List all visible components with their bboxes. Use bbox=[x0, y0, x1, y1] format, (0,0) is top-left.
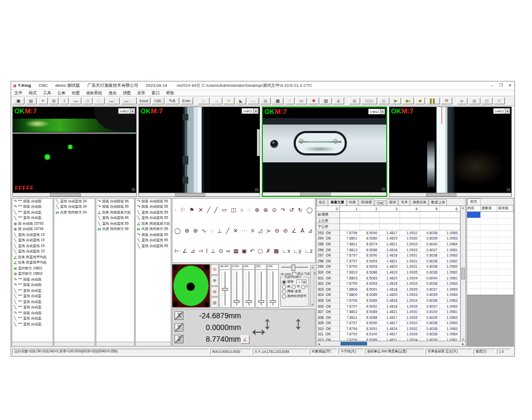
element-cell[interactable] bbox=[467, 237, 481, 243]
measure-value-cell[interactable]: 0.8038 bbox=[420, 264, 440, 269]
minimize-button[interactable]: – bbox=[487, 82, 496, 89]
stage-icon[interactable]: ⊡ bbox=[255, 187, 259, 192]
measure-value-cell[interactable]: 8.5083 bbox=[360, 275, 380, 281]
radio-button[interactable] bbox=[292, 285, 296, 289]
list-item[interactable]: ↷圆弧 自动圆弧 55 bbox=[96, 204, 134, 210]
ring-light-button-2[interactable]: ◍ bbox=[211, 286, 219, 297]
menu-item-5[interactable]: 坐标系统 bbox=[83, 90, 105, 96]
measure-value-cell[interactable]: 1.0933 bbox=[400, 242, 420, 247]
tab-element[interactable]: 图元 bbox=[467, 199, 480, 205]
element-row[interactable] bbox=[467, 212, 513, 218]
slider-track[interactable] bbox=[220, 270, 230, 307]
tolerance-cell[interactable] bbox=[380, 224, 400, 230]
enter-button[interactable]: Enter bbox=[180, 97, 193, 104]
table-row[interactable]: 310OK7.87968.50911.48241.09320.80381.098… bbox=[317, 326, 460, 332]
measure-value-cell[interactable]: 8.5090 bbox=[360, 253, 380, 258]
list-item[interactable]: ╲直线 自动直线 66 bbox=[96, 216, 134, 221]
results-tab-0[interactable]: 状态 bbox=[317, 199, 328, 205]
measure-value-cell[interactable]: 7.8810 bbox=[340, 270, 360, 275]
measure-value-cell[interactable]: 8.5086 bbox=[360, 247, 380, 252]
palette-tool-icon[interactable]: ∿ bbox=[202, 228, 206, 234]
palette-tool-icon[interactable]: ▩ bbox=[273, 248, 279, 254]
element-cell[interactable] bbox=[467, 244, 481, 250]
measure-value-cell[interactable]: 0.8038 bbox=[420, 230, 440, 236]
ring-light-button-1[interactable]: ◉ bbox=[211, 275, 219, 286]
measure-value-cell[interactable]: 7.8797 bbox=[340, 320, 360, 326]
element-cell[interactable] bbox=[481, 218, 497, 224]
measure-value-cell[interactable]: 1.0935 bbox=[400, 303, 420, 309]
measure-value-cell[interactable]: 1.4820 bbox=[380, 264, 400, 269]
table-row[interactable]: 302OK7.87998.50931.48151.09330.80381.098… bbox=[317, 281, 460, 287]
element-cell[interactable] bbox=[467, 276, 481, 282]
light-slider-2[interactable]: 0% bbox=[243, 264, 255, 308]
menu-item-3[interactable]: 公差 bbox=[54, 90, 69, 96]
jog-xy-vertical-icon[interactable]: ↕ bbox=[263, 314, 272, 332]
element-cell[interactable] bbox=[481, 231, 497, 237]
list-item[interactable]: H高度 线性标注 66 bbox=[96, 227, 134, 233]
measure-value-cell[interactable]: 1.0930 bbox=[400, 309, 420, 315]
tools-icon[interactable]: ⚒ bbox=[441, 97, 452, 104]
measure-value-cell[interactable]: 7.8801 bbox=[340, 236, 360, 241]
element-cell[interactable] bbox=[497, 237, 513, 243]
palette-tool-icon[interactable]: ↺ bbox=[289, 207, 294, 213]
palette-tool-icon[interactable]: ▦ bbox=[233, 248, 238, 254]
measure-value-cell[interactable]: 8.5093 bbox=[360, 281, 380, 286]
palette-tool-icon[interactable]: ▢ bbox=[257, 248, 263, 254]
measure-value-cell[interactable]: 0.8039 bbox=[420, 292, 440, 298]
measure-value-cell[interactable]: 8.5091 bbox=[360, 286, 380, 292]
slider-track[interactable] bbox=[244, 270, 254, 307]
polar-toggle-button[interactable]: ∠ bbox=[240, 335, 250, 344]
results-tab-6[interactable]: 夹具 bbox=[398, 199, 410, 205]
list-item[interactable]: ↷*** 圆弧 自动圆. bbox=[12, 277, 53, 283]
light-slider-0[interactable]: 40.0% bbox=[219, 264, 231, 308]
light-slider-4[interactable]: 0% bbox=[267, 264, 279, 308]
list-item[interactable]: ⊖直径标注 15802 bbox=[12, 271, 53, 277]
element-cell[interactable] bbox=[481, 244, 497, 250]
element-cell[interactable] bbox=[497, 282, 513, 288]
element-cell[interactable] bbox=[467, 212, 481, 218]
element-cell[interactable] bbox=[467, 257, 481, 262]
contrast-icon[interactable]: ◣ bbox=[236, 97, 246, 104]
dash-tool-icon[interactable]: - - bbox=[247, 97, 259, 104]
stage-icon[interactable]: ⊡ bbox=[506, 187, 510, 192]
element-row[interactable] bbox=[467, 218, 513, 225]
scroll-thumb[interactable] bbox=[426, 193, 456, 196]
tolerance-cell[interactable] bbox=[360, 224, 380, 230]
palette-tool-icon[interactable]: ⚐ bbox=[180, 207, 185, 213]
close-button[interactable]: ✕ bbox=[505, 82, 514, 89]
table-row[interactable]: 304OK7.88098.50891.48201.09330.80391.098… bbox=[317, 292, 460, 298]
tolerance-cell[interactable] bbox=[380, 212, 400, 218]
measure-value-cell[interactable]: 8.5086 bbox=[360, 270, 380, 275]
palette-tool-icon[interactable]: ⊙ bbox=[272, 207, 277, 213]
measure-value-cell[interactable]: 1.0932 bbox=[400, 320, 420, 326]
measure-list-3[interactable]: ↷圆弧 自动圆弧 66↷圆弧 自动圆弧 55∠距离 内圆弧最大距╲直线 自动直线… bbox=[96, 198, 135, 347]
tolerance-cell[interactable] bbox=[420, 212, 440, 218]
measure-value-cell[interactable]: 1.0983 bbox=[440, 253, 460, 258]
element-row[interactable] bbox=[467, 257, 513, 263]
slider-thumb[interactable] bbox=[246, 300, 252, 303]
measure-value-cell[interactable]: 0.8038 bbox=[420, 326, 440, 332]
palette-tool-icon[interactable]: ╱ bbox=[207, 207, 210, 213]
measure-value-cell[interactable]: 1.0935 bbox=[400, 270, 420, 275]
element-cell[interactable] bbox=[497, 269, 513, 275]
menu-item-2[interactable]: 工具 bbox=[40, 90, 54, 96]
list-item[interactable]: ↷圆弧 自动圆弧 55 bbox=[136, 232, 171, 238]
measure-value-cell[interactable]: 1.0930 bbox=[400, 236, 420, 241]
list-item[interactable]: H高度 线性标注 34 bbox=[54, 210, 95, 216]
results-tab-8[interactable]: 数据上传 bbox=[429, 199, 447, 205]
measure-value-cell[interactable]: 7.8796 bbox=[340, 326, 360, 332]
save2-icon[interactable]: ▣ bbox=[349, 97, 361, 104]
jog-z-icon[interactable]: ↕ bbox=[294, 314, 303, 332]
tolerance-cell[interactable] bbox=[400, 212, 420, 218]
table-row[interactable]: 294OK7.88018.50801.48191.09300.80391.098… bbox=[317, 236, 460, 242]
element-cell[interactable] bbox=[497, 218, 513, 224]
palette-tool-icon[interactable]: ▣ bbox=[242, 248, 247, 254]
palette-tool-icon[interactable]: ↶ bbox=[250, 248, 255, 254]
tolerance-cell[interactable] bbox=[440, 212, 460, 218]
measure-value-cell[interactable]: 1.0933 bbox=[400, 292, 420, 298]
element-cell[interactable] bbox=[481, 237, 497, 243]
measure-value-cell[interactable]: 1.4820 bbox=[380, 292, 400, 298]
palette-tool-icon[interactable]: ⊛ bbox=[263, 207, 268, 213]
measure-value-cell[interactable]: 7.8797 bbox=[340, 253, 360, 258]
measure-value-cell[interactable]: 1.0984 bbox=[440, 332, 460, 337]
